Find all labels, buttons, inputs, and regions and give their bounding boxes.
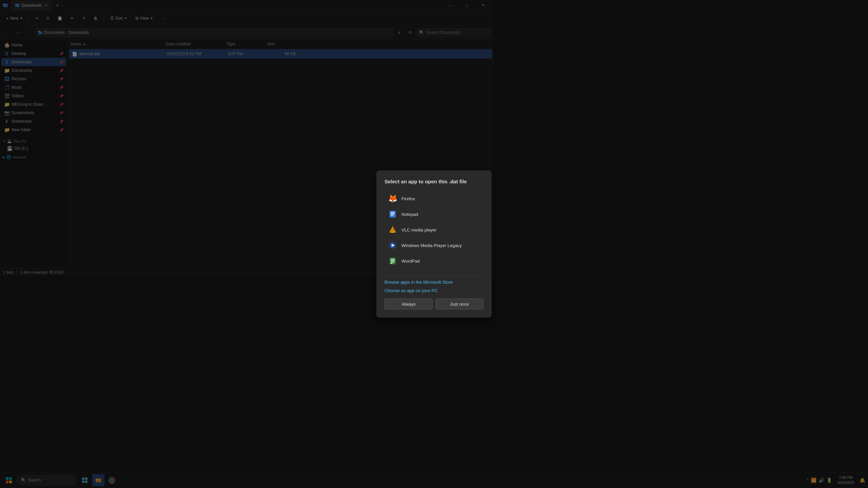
wmp-label: Windows Media Player Legacy <box>401 243 462 248</box>
svg-rect-18 <box>391 262 395 262</box>
modal-divider-1 <box>384 275 484 276</box>
modal-overlay: Select an app to open this .dat file 🦊 F… <box>0 0 494 277</box>
wmp-icon <box>388 241 397 250</box>
app-item-vlc[interactable]: VLC media player <box>384 222 484 237</box>
app-list: 🦊 Firefox Notepad VLC medi <box>384 191 484 268</box>
svg-rect-8 <box>391 215 393 216</box>
app-item-wordpad[interactable]: WordPad <box>384 253 484 268</box>
svg-rect-7 <box>391 214 395 214</box>
app-item-firefox[interactable]: 🦊 Firefox <box>384 191 484 206</box>
svg-rect-17 <box>391 260 395 261</box>
dialog-title: Select an app to open this .dat file <box>384 179 484 184</box>
app-item-wmp[interactable]: Windows Media Player Legacy <box>384 238 484 253</box>
vlc-label: VLC media player <box>401 227 436 232</box>
svg-rect-12 <box>391 232 394 233</box>
firefox-icon: 🦊 <box>388 194 397 203</box>
svg-rect-19 <box>391 263 393 264</box>
app-item-notepad[interactable]: Notepad <box>384 207 484 222</box>
svg-rect-6 <box>391 212 395 213</box>
wordpad-label: WordPad <box>401 259 420 264</box>
notepad-icon <box>388 209 397 219</box>
svg-rect-16 <box>391 259 395 260</box>
svg-rect-11 <box>392 231 394 232</box>
wordpad-icon <box>388 256 397 266</box>
open-with-dialog: Select an app to open this .dat file 🦊 F… <box>376 170 492 277</box>
firefox-label: Firefox <box>401 196 415 201</box>
notepad-label: Notepad <box>401 212 418 217</box>
vlc-icon <box>388 225 397 235</box>
svg-marker-10 <box>390 227 395 232</box>
